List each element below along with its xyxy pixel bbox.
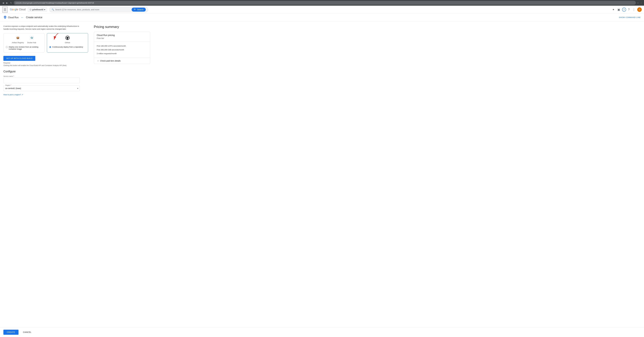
cloud-shell-button[interactable]: ▣ bbox=[616, 7, 621, 12]
service-name-label: Service name * bbox=[4, 75, 88, 77]
region-select-wrapper: Region * us-central1 (Iowa) us-east1 (So… bbox=[4, 85, 80, 91]
configure-section: Configure Service name * Region * us-cen… bbox=[4, 70, 88, 96]
artifact-registry-icon: 📦 bbox=[16, 35, 20, 41]
pricing-item-0: First 180,000 vCPU-seconds/month bbox=[97, 44, 147, 48]
configure-title: Configure bbox=[4, 70, 88, 73]
page-header: Cloud Run ← Create service SHOW COMMAND … bbox=[0, 13, 644, 21]
continuous-deploy-radio[interactable] bbox=[49, 46, 51, 48]
required-text: Required bbox=[4, 62, 88, 64]
continuous-deploy-radio-option[interactable]: Continuously deploy from a repository bbox=[49, 46, 86, 48]
docker-hub-label: Docker Hub bbox=[27, 42, 36, 44]
back-nav-button[interactable]: ◀ bbox=[2, 1, 4, 5]
setup-helper-text: Clicking this button will enable the Clo… bbox=[4, 64, 88, 66]
service-name-required: * bbox=[13, 75, 14, 77]
region-help-link[interactable]: How to pick a region? ↗ bbox=[4, 94, 23, 96]
artifact-registry-label: Artifact Registry bbox=[12, 42, 24, 44]
cloud-run-logo: Cloud Run bbox=[4, 15, 19, 20]
show-command-line-button[interactable]: SHOW COMMAND LINE bbox=[619, 16, 640, 18]
region-field: Region * us-central1 (Iowa) us-east1 (So… bbox=[4, 85, 88, 91]
project-dropdown-icon: ▾ bbox=[44, 8, 45, 11]
pricing-card-title: Cloud Run pricing bbox=[97, 34, 147, 36]
deploy-existing-label: Deploy one revision from an existing con… bbox=[9, 46, 42, 50]
source-cards: 📦 Artifact Registry 🐳 Docker Hub bbox=[4, 33, 88, 52]
github-icon-item: GitHub bbox=[65, 35, 70, 44]
region-label: Region * bbox=[5, 84, 12, 86]
search-bar-icon: 🔍 bbox=[52, 8, 54, 11]
reload-button[interactable]: ↻ bbox=[10, 1, 12, 5]
hamburger-menu-button[interactable]: ☰ bbox=[2, 6, 8, 13]
forward-nav-button[interactable]: ▶ bbox=[6, 1, 8, 5]
region-select[interactable]: us-central1 (Iowa) us-east1 (South Carol… bbox=[4, 85, 80, 91]
free-tier-label: Free tier bbox=[97, 37, 147, 39]
cloud-run-icon bbox=[4, 15, 7, 20]
pricing-item-2: 2 million requests/month bbox=[97, 52, 147, 55]
google-text: Google bbox=[10, 8, 18, 11]
search-bar: 🔍 🔍 Search bbox=[49, 7, 148, 12]
cloud-run-label: Cloud Run bbox=[8, 16, 19, 19]
right-panel: Pricing summary Cloud Run pricing Free t… bbox=[94, 25, 166, 96]
docker-hub-icon: 🐳 bbox=[30, 35, 34, 41]
paid-tiers-link[interactable]: Check paid tiers details bbox=[100, 60, 120, 62]
pricing-link-arrow: → bbox=[97, 59, 99, 62]
more-browser-icon[interactable]: ⋮ bbox=[640, 1, 642, 4]
continuous-deploy-label: Continuously deploy from a repository bbox=[52, 46, 83, 48]
notification-badge[interactable]: 2 bbox=[622, 8, 626, 11]
search-btn-icon: 🔍 bbox=[134, 8, 136, 11]
source-card-existing-image[interactable]: 📦 Artifact Registry 🐳 Docker Hub bbox=[4, 33, 45, 52]
project-selector[interactable]: ⬡ gohelloworld ▾ bbox=[28, 7, 47, 12]
search-input[interactable] bbox=[55, 8, 131, 11]
project-cube-icon: ⬡ bbox=[30, 8, 31, 11]
bookmark-icon[interactable]: ☆ bbox=[637, 1, 639, 4]
search-btn-label: Search bbox=[137, 8, 143, 11]
svg-text:📦: 📦 bbox=[16, 36, 20, 39]
description-text: A service exposes a unique endpoint and … bbox=[4, 25, 82, 30]
address-bar[interactable]: console.cloud.google.com/run/create?enab… bbox=[14, 1, 636, 5]
back-button[interactable]: ← bbox=[21, 16, 24, 19]
browser-actions: ☆ ⋮ bbox=[637, 1, 642, 4]
browser-bar: ◀ ▶ ↻ console.cloud.google.com/run/creat… bbox=[0, 0, 644, 6]
artifact-registry-icon-item: 📦 Artifact Registry bbox=[12, 35, 24, 44]
pricing-card-header: Cloud Run pricing Free tier bbox=[94, 32, 150, 42]
cloud-label: Cloud bbox=[19, 8, 26, 11]
pricing-title: Pricing summary bbox=[94, 25, 166, 29]
github-icon bbox=[65, 35, 70, 41]
deploy-existing-radio[interactable] bbox=[6, 46, 8, 48]
region-required: * bbox=[11, 84, 11, 86]
more-options-button[interactable]: ⋮ bbox=[632, 7, 636, 12]
page-title: Create service bbox=[26, 16, 42, 19]
docker-hub-icon-item: 🐳 Docker Hub bbox=[27, 35, 36, 44]
pricing-link: → Check paid tiers details bbox=[94, 58, 150, 64]
source-icons-left: 📦 Artifact Registry 🐳 Docker Hub bbox=[6, 35, 42, 44]
left-panel: A service exposes a unique endpoint and … bbox=[4, 25, 88, 96]
setup-cloud-build-button[interactable]: SET UP WITH CLOUD BUILD bbox=[4, 56, 35, 61]
url-text: console.cloud.google.com/run/create?enab… bbox=[16, 2, 94, 4]
header-actions: ✦ ▣ 2 ? ⋮ O bbox=[612, 7, 642, 12]
main-content: A service exposes a unique endpoint and … bbox=[0, 21, 170, 99]
pricing-item-1: First 360,000 GiB-seconds/month bbox=[97, 48, 147, 52]
avatar[interactable]: O bbox=[637, 7, 642, 12]
gcloud-header: ☰ Google Cloud ⬡ gohelloworld ▾ 🔍 🔍 Sear… bbox=[0, 6, 644, 13]
pricing-items: First 180,000 vCPU-seconds/month First 3… bbox=[94, 42, 150, 58]
pricing-card: Cloud Run pricing Free tier First 180,00… bbox=[94, 32, 150, 64]
deploy-existing-radio-option[interactable]: Deploy one revision from an existing con… bbox=[6, 46, 42, 50]
service-name-input[interactable] bbox=[4, 78, 80, 83]
google-cloud-logo: Google Cloud bbox=[10, 8, 26, 11]
external-link-icon: ↗ bbox=[22, 94, 23, 96]
gemini-button[interactable]: ✦ bbox=[612, 7, 616, 12]
project-name: gohelloworld bbox=[32, 8, 43, 11]
svg-text:🐳: 🐳 bbox=[30, 36, 33, 39]
search-button[interactable]: 🔍 Search bbox=[132, 8, 146, 11]
source-icons-right: GitHub bbox=[49, 35, 86, 44]
github-label: GitHub bbox=[65, 42, 70, 44]
service-name-field: Service name * bbox=[4, 75, 88, 83]
source-card-continuous-deploy[interactable]: GitHub Continuously deploy from a reposi… bbox=[47, 33, 88, 52]
help-button[interactable]: ? bbox=[627, 7, 630, 12]
